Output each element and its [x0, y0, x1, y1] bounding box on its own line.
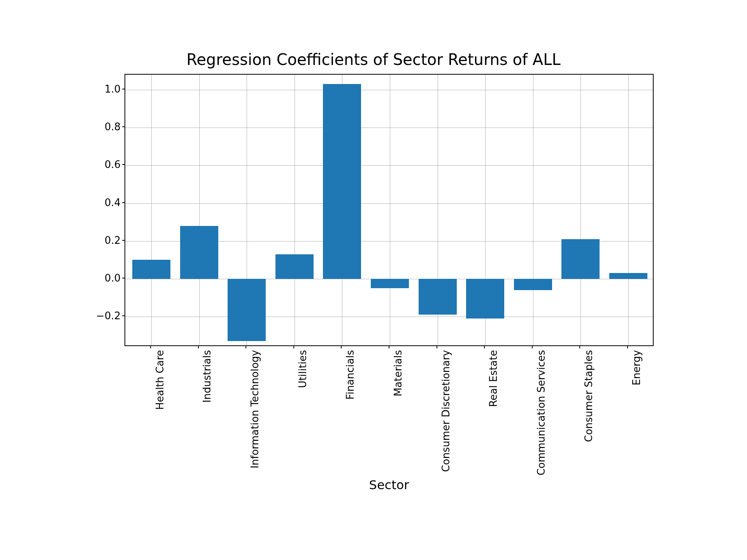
- gridline-horizontal: [125, 203, 653, 204]
- x-tick-label: Energy: [631, 350, 642, 385]
- y-tick-mark: [122, 278, 124, 278]
- y-tick-mark: [122, 164, 124, 165]
- bar: [466, 279, 504, 318]
- x-tick-mark: [579, 346, 580, 348]
- y-tick-mark: [122, 89, 124, 89]
- x-tick-mark: [484, 346, 485, 348]
- y-tick-mark: [122, 315, 124, 316]
- x-tick-label: Health Care: [154, 350, 165, 410]
- bar: [371, 279, 409, 288]
- gridline-vertical: [151, 75, 152, 345]
- gridline-horizontal: [125, 165, 653, 166]
- y-tick-mark: [122, 126, 124, 127]
- x-axis-label: Sector: [369, 478, 409, 492]
- x-tick-mark: [245, 346, 246, 348]
- x-tick-label: Consumer Discretionary: [440, 350, 452, 472]
- bar: [228, 279, 266, 341]
- gridline-vertical: [580, 75, 581, 345]
- y-tick-label: 0.4: [105, 197, 124, 208]
- y-tick-label: 0.8: [105, 121, 124, 133]
- gridline-vertical: [533, 75, 533, 345]
- x-tick-mark: [198, 346, 199, 348]
- x-tick-label: Utilities: [297, 350, 309, 388]
- x-tick-mark: [389, 346, 389, 348]
- x-tick-mark: [150, 346, 151, 348]
- gridline-vertical: [390, 75, 390, 345]
- x-tick-label: Materials: [392, 350, 404, 396]
- gridline-vertical: [199, 75, 200, 345]
- bar: [609, 273, 647, 279]
- bar: [514, 279, 552, 290]
- bar: [132, 260, 170, 279]
- x-tick-mark: [627, 346, 628, 348]
- x-tick-label: Financials: [344, 350, 356, 399]
- gridline-horizontal: [125, 128, 653, 128]
- bar: [323, 84, 361, 279]
- x-tick-label: Information Technology: [249, 350, 261, 468]
- gridline-vertical: [295, 75, 295, 345]
- plot-area: [124, 74, 654, 346]
- y-tick-label: 1.0: [105, 83, 124, 95]
- x-tick-label: Communication Services: [535, 350, 547, 476]
- x-tick-label: Real Estate: [487, 350, 499, 407]
- axes-container: Regression Coefficients −0.20.00.20.40.6…: [124, 74, 654, 346]
- y-tick-label: 0.6: [105, 159, 124, 170]
- gridline-vertical: [628, 75, 629, 345]
- gridline-horizontal: [125, 317, 653, 317]
- y-tick-label: 0.2: [105, 234, 124, 246]
- y-tick-label: −0.2: [96, 310, 124, 322]
- bar: [419, 279, 457, 315]
- y-tick-mark: [122, 240, 124, 241]
- x-tick-label: Consumer Staples: [583, 350, 594, 442]
- bar: [275, 254, 314, 279]
- chart-title: Regression Coefficients of Sector Return…: [78, 51, 669, 68]
- gridline-horizontal: [125, 90, 653, 90]
- x-tick-mark: [532, 346, 533, 348]
- x-tick-mark: [341, 346, 342, 348]
- y-tick-mark: [122, 202, 124, 203]
- bar: [561, 239, 600, 279]
- x-tick-mark: [437, 346, 437, 348]
- x-tick-label: Industrials: [202, 350, 213, 402]
- bar: [180, 226, 218, 279]
- x-tick-mark: [293, 346, 294, 348]
- y-tick-label: 0.0: [105, 272, 124, 284]
- chart-figure: Regression Coefficients of Sector Return…: [78, 51, 669, 509]
